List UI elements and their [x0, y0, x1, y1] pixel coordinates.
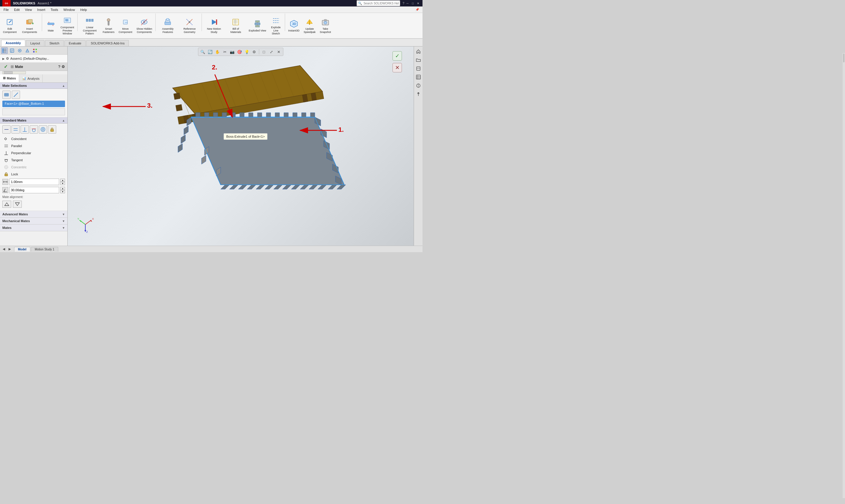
tab-evaluate[interactable]: Evaluate	[65, 40, 86, 46]
panel-tab-analysis[interactable]: 📊 Analysis	[19, 74, 43, 83]
menu-view[interactable]: View	[23, 7, 34, 12]
align-btn-2[interactable]	[13, 201, 22, 208]
vp-btn-rotate[interactable]: 🔄	[207, 49, 213, 55]
angle-down[interactable]: ▼	[60, 190, 65, 193]
help-icon[interactable]: ?	[402, 2, 404, 5]
align-btn-1[interactable]	[2, 201, 11, 208]
angle-up[interactable]: ▲	[60, 187, 65, 190]
menu-window[interactable]: Window	[61, 7, 77, 12]
coincident-icon-btn[interactable]	[2, 125, 11, 133]
ribbon-btn-move-component[interactable]: ↔ MoveComponent	[117, 14, 134, 38]
face-select-btn[interactable]	[2, 91, 11, 99]
perp-icon-btn[interactable]	[21, 125, 29, 133]
ribbon-btn-show-hidden[interactable]: Show HiddenComponents	[135, 14, 154, 38]
selection-box-2[interactable]	[2, 108, 65, 115]
vp-btn-view[interactable]: 📷	[229, 49, 235, 55]
panel-tab-mates[interactable]: ⊞ Mates	[0, 74, 19, 83]
menu-help[interactable]: Help	[78, 7, 89, 12]
ribbon-btn-mate[interactable]: Mate	[43, 14, 58, 38]
ribbon-btn-edit-component[interactable]: EditComponent	[1, 14, 19, 38]
ribbon-btn-bill-of-materials[interactable]: Bill of Materials	[225, 14, 246, 38]
sidebar-compare-btn[interactable]	[415, 82, 422, 89]
ribbon-btn-insert-components[interactable]: + Insert Components	[19, 14, 40, 38]
restore-button[interactable]: □	[411, 1, 415, 5]
feature-tree-item[interactable]: ▶ ⚙ Assem1 (Default<Display...	[2, 56, 65, 61]
edge-select-btn[interactable]	[12, 91, 20, 99]
search-input[interactable]	[363, 2, 399, 5]
ribbon-btn-new-motion-study[interactable]: New Motion Study	[203, 14, 224, 38]
ribbon-btn-instant3d[interactable]: 3D Instant3D	[287, 14, 302, 38]
ribbon-btn-smart-fasteners[interactable]: SmartFasteners	[101, 14, 116, 38]
reject-button[interactable]: ✕	[393, 63, 402, 72]
panel-help-icon[interactable]: ?	[58, 65, 60, 69]
bottom-tab-motion-study[interactable]: Motion Study 1	[31, 247, 58, 252]
sidebar-pin-btn[interactable]	[415, 90, 422, 98]
tab-sketch[interactable]: Sketch	[45, 40, 64, 46]
minimize-button[interactable]: ─	[406, 1, 410, 5]
mates-section[interactable]: Mates ▼	[0, 224, 67, 231]
menu-insert[interactable]: Insert	[35, 7, 48, 12]
menu-tools[interactable]: Tools	[48, 7, 60, 12]
panel-tool-display-mgr[interactable]	[32, 47, 38, 54]
parallel-icon-btn[interactable]	[12, 125, 20, 133]
mate-item-perpendicular[interactable]: Perpendicular	[2, 149, 65, 157]
sidebar-table-btn[interactable]	[415, 73, 422, 81]
panel-tool-property-mgr[interactable]	[9, 47, 15, 54]
ribbon-btn-explode-line-sketch[interactable]: ExplodeLineSketch	[269, 14, 283, 38]
vp-btn-settings[interactable]: ⚙	[251, 49, 257, 55]
search-box[interactable]: 🔍	[357, 0, 400, 6]
distance-input[interactable]	[10, 179, 59, 185]
mate-item-tangent[interactable]: Tangent	[2, 157, 65, 164]
ribbon-btn-linear-pattern[interactable]: Linear ComponentPattern	[79, 14, 100, 38]
mate-item-lock[interactable]: Lock	[2, 170, 65, 178]
tangent-icon-btn[interactable]	[30, 125, 38, 133]
standard-mates-header[interactable]: Standard Mates ▲	[0, 118, 67, 124]
mate-selections-header[interactable]: Mate Selections ▲	[0, 83, 67, 89]
vp-btn-close[interactable]: ✕	[275, 49, 282, 55]
ribbon-btn-update-speedpak[interactable]: UpdateSpeedpak	[302, 14, 318, 38]
ok-button[interactable]: ✓	[2, 64, 9, 70]
panel-tool-config-mgr[interactable]	[17, 47, 23, 54]
vp-btn-pan[interactable]: ✋	[214, 49, 221, 55]
angle-spinner[interactable]: ▲ ▼	[60, 187, 65, 193]
menu-file[interactable]: File	[1, 7, 11, 12]
bottom-prev-btn[interactable]: ◀	[1, 247, 6, 252]
sidebar-folder-btn[interactable]	[415, 56, 422, 64]
ribbon-btn-reference-geometry[interactable]: Reference Geometry	[179, 14, 200, 38]
panel-options-icon[interactable]: ⚙	[61, 65, 65, 69]
sidebar-home-btn[interactable]	[415, 48, 422, 55]
mate-item-concentric[interactable]: Concentric	[2, 164, 65, 170]
viewport[interactable]: 🔍 🔄 ✋ ✂ 📷 🎯 💡 ⚙ □ ⤢ ✕	[68, 47, 414, 246]
sidebar-parts-btn[interactable]	[415, 65, 422, 72]
ribbon-btn-exploded-view[interactable]: Exploded View	[247, 14, 268, 38]
lock-icon-btn[interactable]	[48, 125, 56, 133]
vp-btn-maximize[interactable]: ⤢	[268, 49, 274, 55]
menu-edit[interactable]: Edit	[12, 7, 22, 12]
advanced-mates-section[interactable]: Advanced Mates ▼	[0, 211, 67, 218]
vp-btn-select[interactable]: 🎯	[236, 49, 243, 55]
close-button[interactable]: ✕	[416, 1, 420, 5]
tab-solidworks-addins[interactable]: SOLIDWORKS Add-Ins	[86, 40, 129, 46]
distance-spinner[interactable]: ▲ ▼	[60, 179, 65, 185]
ribbon-btn-assembly-features[interactable]: Assembly Features	[157, 14, 178, 38]
mate-item-coincident[interactable]: Coincident	[2, 136, 65, 142]
mechanical-mates-section[interactable]: Mechanical Mates ▼	[0, 218, 67, 224]
distance-up[interactable]: ▲	[60, 179, 65, 182]
ribbon-btn-component-preview[interactable]: ComponentPreviewWindow	[59, 14, 76, 38]
concentric-icon-btn[interactable]	[39, 125, 47, 133]
panel-tool-feature-tree[interactable]	[1, 47, 8, 54]
pin-icon[interactable]: 📌	[415, 8, 419, 11]
accept-button[interactable]: ✓	[393, 51, 402, 60]
tree-expand-icon[interactable]: ▶	[2, 57, 5, 60]
bottom-next-btn[interactable]: ▶	[7, 247, 12, 252]
ribbon-btn-take-snapshot[interactable]: TakeSnapshot	[318, 14, 333, 38]
bottom-tab-model[interactable]: Model	[14, 247, 30, 252]
vp-btn-restore[interactable]: □	[261, 49, 267, 55]
tab-layout[interactable]: Layout	[26, 40, 44, 46]
angle-input[interactable]	[10, 187, 59, 193]
tab-assembly[interactable]: Assembly	[1, 40, 25, 46]
vp-btn-zoom[interactable]: 🔍	[199, 49, 206, 55]
vp-btn-light[interactable]: 💡	[244, 49, 250, 55]
panel-tool-dim-expert[interactable]	[24, 47, 31, 54]
vp-btn-section[interactable]: ✂	[221, 49, 228, 55]
